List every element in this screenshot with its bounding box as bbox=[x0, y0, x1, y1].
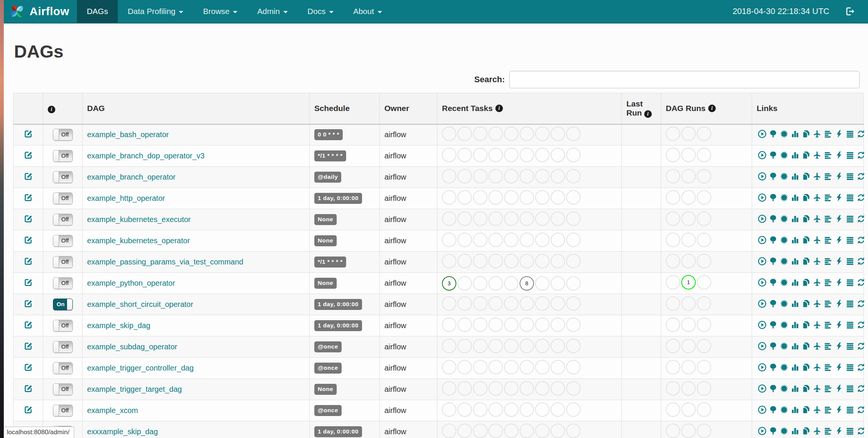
recent-tasks-state-circle[interactable] bbox=[535, 296, 550, 311]
gantt-view-icon[interactable] bbox=[824, 193, 832, 202]
graph-view-icon[interactable] bbox=[780, 363, 788, 372]
task-details-icon[interactable] bbox=[846, 193, 854, 202]
tree-view-icon[interactable] bbox=[769, 299, 777, 308]
dag-runs-state-circle[interactable] bbox=[681, 381, 696, 396]
dag-pause-toggle[interactable]: Off bbox=[53, 362, 73, 374]
recent-tasks-state-circle[interactable] bbox=[504, 318, 518, 332]
recent-tasks-state-circle[interactable] bbox=[489, 127, 503, 141]
schedule-badge[interactable]: None bbox=[314, 235, 337, 246]
task-tries-icon[interactable] bbox=[802, 363, 810, 372]
schedule-badge[interactable]: @once bbox=[314, 405, 342, 416]
recent-tasks-state-circle[interactable] bbox=[442, 127, 456, 141]
schedule-badge[interactable]: @daily bbox=[314, 172, 341, 183]
graph-view-icon[interactable] bbox=[780, 172, 788, 181]
task-duration-icon[interactable] bbox=[791, 363, 799, 372]
task-details-icon[interactable] bbox=[846, 342, 854, 350]
recent-tasks-state-circle[interactable] bbox=[442, 318, 456, 332]
schedule-badge[interactable]: None bbox=[314, 214, 337, 225]
tree-view-icon[interactable] bbox=[769, 214, 777, 223]
recent-tasks-state-circle[interactable] bbox=[566, 276, 581, 291]
recent-tasks-state-circle[interactable] bbox=[535, 254, 550, 268]
edit-dag-button[interactable] bbox=[23, 320, 33, 330]
recent-tasks-state-circle[interactable] bbox=[457, 211, 472, 226]
dag-name-link[interactable]: exxxample_skip_dag bbox=[87, 427, 158, 436]
recent-tasks-state-circle[interactable] bbox=[473, 148, 487, 162]
edit-dag-button[interactable] bbox=[23, 129, 33, 139]
edit-dag-button[interactable] bbox=[23, 257, 33, 266]
dag-runs-state-circle[interactable] bbox=[697, 360, 711, 374]
task-tries-icon[interactable] bbox=[802, 384, 810, 393]
recent-tasks-state-circle[interactable] bbox=[551, 296, 565, 311]
graph-view-icon[interactable] bbox=[780, 342, 788, 350]
recent-tasks-state-circle[interactable] bbox=[566, 360, 581, 374]
landing-times-icon[interactable] bbox=[813, 384, 821, 393]
refresh-icon[interactable] bbox=[857, 405, 865, 414]
recent-tasks-state-circle[interactable] bbox=[535, 169, 550, 183]
task-tries-icon[interactable] bbox=[802, 427, 810, 435]
task-details-icon[interactable] bbox=[846, 236, 854, 244]
nav-menu-item[interactable]: DAGs bbox=[77, 0, 118, 23]
recent-tasks-state-circle[interactable] bbox=[504, 276, 518, 291]
trigger-dag-icon[interactable] bbox=[758, 278, 767, 287]
landing-times-icon[interactable] bbox=[813, 236, 821, 244]
schedule-badge[interactable]: @once bbox=[314, 341, 342, 352]
gantt-view-icon[interactable] bbox=[824, 321, 832, 329]
landing-times-icon[interactable] bbox=[813, 151, 821, 160]
recent-tasks-state-circle[interactable] bbox=[473, 318, 487, 332]
dag-pause-toggle[interactable]: Off bbox=[53, 256, 73, 268]
landing-times-icon[interactable] bbox=[813, 130, 821, 138]
landing-times-icon[interactable] bbox=[813, 193, 821, 202]
dag-name-link[interactable]: example_http_operator bbox=[87, 194, 165, 202]
dag-name-link[interactable]: example_branch_operator bbox=[87, 173, 176, 181]
task-details-icon[interactable] bbox=[846, 257, 854, 266]
recent-tasks-state-circle[interactable] bbox=[457, 402, 472, 417]
task-tries-icon[interactable] bbox=[802, 214, 810, 223]
graph-view-icon[interactable] bbox=[780, 299, 788, 308]
dag-runs-state-circle[interactable] bbox=[666, 211, 680, 226]
recent-tasks-state-circle[interactable] bbox=[489, 339, 503, 353]
gantt-view-icon[interactable] bbox=[824, 342, 832, 350]
recent-tasks-state-circle[interactable] bbox=[442, 360, 456, 374]
dag-pause-toggle[interactable]: Off bbox=[53, 341, 73, 353]
recent-tasks-state-circle[interactable] bbox=[504, 211, 518, 226]
dag-runs-state-circle[interactable] bbox=[681, 190, 696, 205]
task-duration-icon[interactable] bbox=[791, 278, 799, 287]
recent-tasks-state-circle[interactable] bbox=[566, 339, 581, 353]
recent-tasks-state-circle[interactable] bbox=[489, 402, 503, 417]
recent-tasks-state-circle[interactable] bbox=[551, 233, 565, 247]
recent-tasks-state-circle[interactable]: 8 bbox=[520, 276, 534, 291]
refresh-icon[interactable] bbox=[857, 236, 865, 244]
edit-dag-button[interactable] bbox=[23, 193, 33, 202]
schedule-badge[interactable]: 1 day, 0:00:00 bbox=[314, 426, 362, 437]
task-duration-icon[interactable] bbox=[791, 193, 799, 202]
recent-tasks-state-circle[interactable] bbox=[520, 169, 534, 183]
recent-tasks-state-circle[interactable] bbox=[473, 127, 487, 141]
recent-tasks-state-circle[interactable] bbox=[504, 169, 518, 183]
airflow-brand[interactable]: Airflow bbox=[4, 0, 77, 23]
dag-runs-state-circle[interactable] bbox=[697, 169, 711, 183]
refresh-icon[interactable] bbox=[857, 427, 865, 435]
task-tries-icon[interactable] bbox=[802, 130, 810, 138]
task-tries-icon[interactable] bbox=[802, 236, 810, 244]
recent-tasks-state-circle[interactable] bbox=[457, 190, 472, 205]
info-icon[interactable]: i bbox=[48, 106, 55, 113]
edit-dag-button[interactable] bbox=[23, 405, 33, 415]
dag-runs-state-circle[interactable] bbox=[697, 381, 711, 396]
tree-view-icon[interactable] bbox=[769, 172, 777, 181]
recent-tasks-state-circle[interactable] bbox=[489, 190, 503, 205]
recent-tasks-state-circle[interactable] bbox=[473, 296, 487, 311]
info-icon[interactable]: i bbox=[708, 105, 716, 112]
recent-tasks-state-circle[interactable] bbox=[551, 211, 565, 226]
dag-name-link[interactable]: example_short_circuit_operator bbox=[87, 300, 193, 308]
recent-tasks-state-circle[interactable] bbox=[457, 318, 472, 332]
dag-runs-state-circle[interactable] bbox=[666, 254, 680, 268]
recent-tasks-state-circle[interactable] bbox=[489, 360, 503, 374]
dag-name-link[interactable]: example_xcom bbox=[87, 406, 138, 415]
recent-tasks-state-circle[interactable] bbox=[551, 402, 565, 417]
recent-tasks-state-circle[interactable] bbox=[504, 381, 518, 396]
recent-tasks-state-circle[interactable] bbox=[457, 339, 472, 353]
dag-name-link[interactable]: example_passing_params_via_test_command bbox=[87, 258, 243, 266]
dag-runs-state-circle[interactable] bbox=[666, 424, 680, 438]
dag-runs-state-circle[interactable] bbox=[681, 402, 696, 417]
recent-tasks-state-circle[interactable] bbox=[489, 318, 503, 332]
